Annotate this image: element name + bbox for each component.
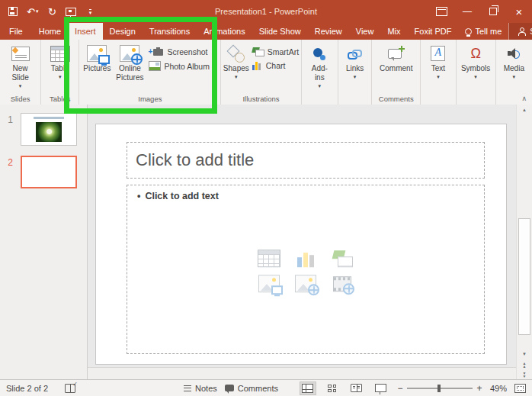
shapes-caret-icon: ▾	[235, 74, 238, 80]
thumbnail-row-1: 1	[0, 113, 87, 146]
scroll-down-button[interactable]: ▼	[517, 349, 532, 359]
zoom-in-button[interactable]: +	[476, 383, 482, 394]
title-placeholder[interactable]: Click to add title	[127, 142, 485, 179]
photo-album-caret-icon: ▾	[214, 63, 217, 69]
ribbon: New Slide ▾ Slides Table ▾ Tables Pictur…	[0, 40, 532, 105]
tab-home[interactable]: Home	[32, 23, 68, 40]
globe-icon	[343, 283, 354, 295]
tab-file[interactable]: File	[0, 23, 32, 40]
save-button[interactable]	[8, 5, 18, 18]
fit-slide-to-window-button[interactable]	[514, 384, 526, 393]
tab-view[interactable]: View	[349, 23, 381, 40]
collapse-ribbon-button[interactable]: ∧	[521, 95, 527, 102]
minimize-button[interactable]: —	[454, 0, 480, 23]
previous-slide-button[interactable]: ▲▲	[517, 359, 532, 369]
next-slide-button[interactable]: ▼▼	[517, 369, 532, 379]
reading-view-button[interactable]	[348, 382, 365, 395]
horizontal-scroll-area[interactable]	[88, 367, 516, 379]
table-button[interactable]: Table ▾	[50, 41, 70, 80]
customize-qat-button[interactable]: ▾	[85, 5, 95, 18]
spellcheck-icon[interactable]	[65, 384, 75, 393]
media-button[interactable]: Media ▾	[504, 41, 524, 80]
group-label-illustrations: Illustrations	[222, 92, 300, 105]
save-icon	[8, 7, 18, 16]
photo-album-label: Photo Album	[164, 62, 210, 71]
content-placeholder[interactable]: • Click to add text	[127, 185, 485, 354]
share-button[interactable]: Share	[508, 23, 532, 40]
zoom-slider-track[interactable]	[407, 388, 473, 389]
tab-animations[interactable]: Animations	[197, 23, 252, 40]
tab-review[interactable]: Review	[308, 23, 349, 40]
scroll-up-button[interactable]: ▲	[517, 105, 532, 115]
symbols-button[interactable]: Ω Symbols ▾	[461, 41, 490, 80]
tell-me-box[interactable]: Tell me	[458, 23, 508, 40]
slide-2-number: 2	[0, 156, 21, 188]
group-symbols: Ω Symbols ▾	[457, 40, 496, 105]
screenshot-button[interactable]: Screenshot ▾	[149, 47, 216, 56]
notes-button[interactable]: Notes	[184, 384, 217, 393]
smartart-label: SmartArt	[268, 47, 299, 56]
zoom-control: − +	[397, 383, 482, 394]
ribbon-display-options-button[interactable]	[428, 0, 454, 23]
table-label: Table	[51, 64, 69, 73]
new-slide-button[interactable]: New Slide ▾	[4, 41, 37, 89]
zoom-slider-thumb[interactable]	[437, 385, 441, 392]
photo-album-button[interactable]: Photo Album ▾	[149, 61, 216, 71]
slide-1-thumbnail[interactable]	[21, 113, 77, 146]
slide-show-button[interactable]	[373, 382, 389, 395]
add-ins-icon	[312, 47, 326, 60]
insert-table-icon[interactable]	[258, 250, 280, 267]
chart-button[interactable]: Chart	[252, 61, 299, 70]
zoom-out-button[interactable]: −	[397, 383, 403, 394]
tab-slide-show[interactable]: Slide Show	[252, 23, 308, 40]
insert-video-icon[interactable]	[333, 276, 351, 291]
text-box-button[interactable]: A Text ▾	[431, 41, 445, 80]
screenshot-label: Screenshot	[167, 47, 207, 56]
scrollbar-track[interactable]	[517, 115, 532, 349]
tab-design[interactable]: Design	[103, 23, 143, 40]
group-label-tables: Tables	[42, 92, 78, 105]
group-text: A Text ▾	[421, 40, 456, 105]
slide-sorter-button[interactable]	[324, 382, 341, 395]
undo-caret-icon: ▾	[36, 8, 39, 14]
speaker-icon	[508, 48, 521, 60]
normal-view-button[interactable]	[300, 382, 316, 395]
pictures-button[interactable]: Pictures	[83, 41, 111, 73]
minimize-icon: —	[463, 6, 472, 17]
comment-button[interactable]: Comment	[380, 41, 412, 73]
tab-foxit-pdf[interactable]: Foxit PDF	[408, 23, 459, 40]
comments-button[interactable]: Comments	[225, 384, 278, 393]
slide-editing-area[interactable]: Click to add title • Click to add text	[95, 124, 507, 365]
workspace: 1 2 Click to add title • Click to add te…	[0, 105, 532, 379]
insert-smartart-icon[interactable]	[332, 250, 353, 267]
add-ins-caret-icon: ▾	[319, 83, 322, 89]
links-button[interactable]: Links ▾	[346, 41, 364, 80]
notes-icon	[184, 385, 191, 391]
close-button[interactable]: ×	[506, 0, 532, 23]
vertical-scrollbar: ▲ ▼ ▲▲ ▼▼	[516, 105, 532, 379]
scrollbar-thumb[interactable]	[518, 218, 530, 335]
undo-button[interactable]: ↶▾	[27, 5, 38, 18]
group-label-images: Images	[80, 92, 220, 105]
insert-pictures-icon[interactable]	[258, 275, 280, 292]
smartart-button[interactable]: SmartArt	[252, 47, 299, 56]
new-slide-icon	[11, 47, 30, 61]
restore-button[interactable]	[480, 0, 506, 23]
tab-transitions[interactable]: Transitions	[143, 23, 197, 40]
shapes-button[interactable]: Shapes ▾	[223, 41, 249, 80]
redo-button[interactable]: ↻	[46, 5, 57, 18]
group-label-slides: Slides	[1, 92, 40, 105]
content-icon-grid	[255, 250, 356, 292]
insert-online-pictures-icon[interactable]	[295, 275, 316, 292]
slide-2-thumbnail[interactable]	[21, 156, 77, 188]
tab-insert[interactable]: Insert	[68, 23, 103, 40]
links-label: Links	[346, 64, 364, 73]
slide-canvas: Click to add title • Click to add text	[88, 105, 516, 379]
zoom-percentage[interactable]: 49%	[490, 384, 507, 393]
insert-chart-icon[interactable]	[296, 250, 316, 267]
add-ins-button[interactable]: Add-ins ▾	[307, 41, 332, 89]
group-add-ins: Add-ins ▾	[302, 40, 338, 105]
start-slideshow-button[interactable]	[66, 5, 76, 18]
online-pictures-button[interactable]: Online Pictures	[113, 41, 146, 82]
tab-mix[interactable]: Mix	[380, 23, 407, 40]
